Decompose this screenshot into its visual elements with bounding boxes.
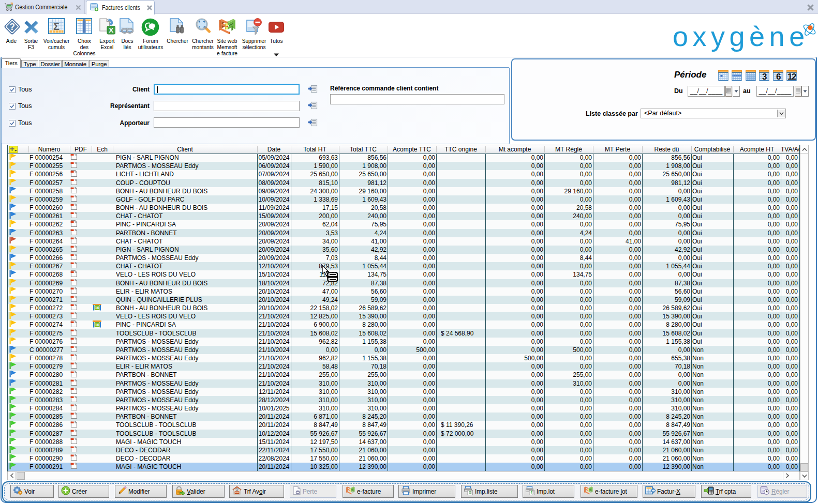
- svg-text:10: 10: [95, 306, 99, 310]
- svg-text:6: 6: [776, 72, 781, 82]
- svg-text:$: $: [236, 487, 238, 491]
- svg-text:10: 10: [95, 322, 99, 327]
- svg-text:X: X: [109, 26, 113, 34]
- svg-text:?: ?: [9, 22, 15, 32]
- svg-text:12: 12: [787, 72, 796, 82]
- svg-text:3: 3: [762, 72, 767, 82]
- svg-text:Σ: Σ: [53, 21, 60, 32]
